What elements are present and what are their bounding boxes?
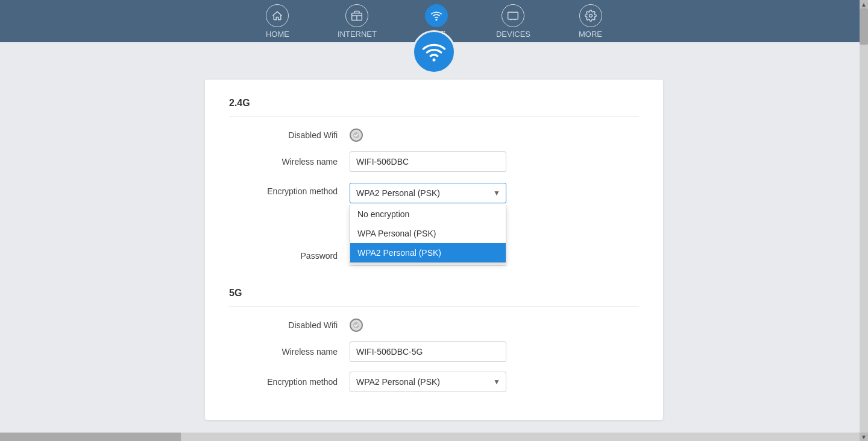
spacer-1: [229, 276, 639, 288]
disabled-wifi-row-24g: Disabled Wifi: [229, 128, 639, 142]
encryption-select-5g[interactable]: No encryption WPA Personal (PSK) WPA2 Pe…: [350, 372, 506, 392]
svg-point-6: [433, 59, 436, 62]
encryption-select-wrapper-5g: No encryption WPA Personal (PSK) WPA2 Pe…: [350, 372, 506, 392]
home-icon: [266, 4, 289, 27]
section-24g-divider: [229, 116, 639, 116]
scroll-down-arrow[interactable]: ▼: [860, 433, 868, 441]
section-5g-title: 5G: [229, 288, 639, 299]
more-icon: [579, 4, 602, 27]
option-no-encryption[interactable]: No encryption: [350, 205, 506, 224]
wireless-name-label-24g: Wireless name: [229, 157, 350, 167]
encryption-dropdown-24g: No encryption WPA Personal (PSK) WPA2 Pe…: [350, 205, 506, 263]
disabled-wifi-row-5g: Disabled Wifi: [229, 319, 639, 332]
wireless-name-row-24g: Wireless name: [229, 151, 639, 172]
main-content: 2.4G Disabled Wifi Wireless name En: [0, 74, 868, 441]
encryption-selected-value-24g: WPA2 Personal (PSK): [356, 188, 440, 198]
wifi-hero: [0, 30, 868, 74]
scroll-up-arrow[interactable]: ▲: [860, 0, 868, 8]
settings-card: 2.4G Disabled Wifi Wireless name En: [205, 80, 663, 420]
h-scrollbar-thumb[interactable]: [0, 433, 181, 441]
wireless-name-input-5g[interactable]: [350, 341, 506, 362]
disabled-wifi-label-5g: Disabled Wifi: [229, 320, 350, 330]
section-24g-title: 2.4G: [229, 98, 639, 109]
encryption-label-24g: Encryption method: [229, 183, 350, 196]
wireless-name-label-5g: Wireless name: [229, 347, 350, 357]
encryption-select-24g[interactable]: WPA2 Personal (PSK) ▼: [350, 183, 506, 203]
wireless-name-input-24g[interactable]: [350, 151, 506, 172]
section-5g-divider: [229, 306, 639, 306]
svg-point-5: [589, 14, 592, 17]
wireless-name-row-5g: Wireless name: [229, 341, 639, 362]
devices-icon: [502, 4, 524, 27]
wifi-nav-icon: [425, 4, 448, 27]
internet-icon: [345, 4, 368, 27]
option-wpa[interactable]: WPA Personal (PSK): [350, 224, 506, 243]
disabled-wifi-label-24g: Disabled Wifi: [229, 130, 350, 140]
disabled-wifi-checkbox-5g[interactable]: [350, 319, 363, 332]
svg-point-3: [436, 19, 437, 20]
svg-rect-4: [508, 12, 518, 19]
section-5g: 5G Disabled Wifi Wireless name Encr: [229, 288, 639, 392]
section-2-4g: 2.4G Disabled Wifi Wireless name En: [229, 98, 639, 266]
encryption-row-24g: Encryption method WPA2 Personal (PSK) ▼ …: [229, 182, 639, 203]
password-label-24g: Password: [229, 251, 350, 261]
option-wpa2[interactable]: WPA2 Personal (PSK): [350, 243, 506, 262]
encryption-dropdown-arrow-24g: ▼: [493, 189, 500, 197]
encryption-label-5g: Encryption method: [229, 377, 350, 387]
disabled-wifi-checkbox-24g[interactable]: [350, 128, 363, 142]
encryption-row-5g: Encryption method No encryption WPA Pers…: [229, 372, 639, 392]
wifi-hero-icon: [412, 30, 456, 74]
horizontal-scrollbar[interactable]: [0, 433, 860, 441]
